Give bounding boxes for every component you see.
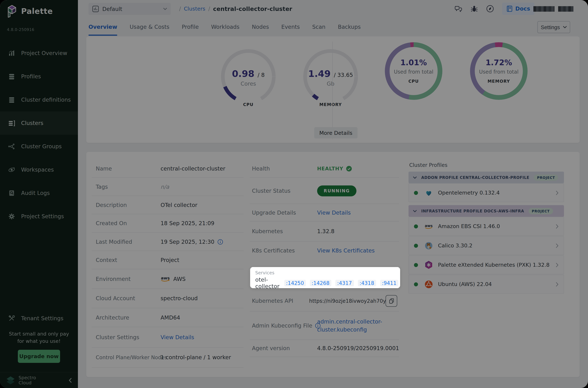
detail-row-health: Health HEALTHY xyxy=(250,160,399,178)
brand-name: Palette xyxy=(21,7,53,16)
copy-icon xyxy=(389,298,394,304)
service-port-link[interactable]: :14250 xyxy=(284,280,306,286)
feedback-chat-icon[interactable] xyxy=(454,5,463,13)
tab-workloads[interactable]: Workloads xyxy=(211,18,240,36)
detail-row-nodes: Control Plane/Worker Nodes 1 control-pla… xyxy=(92,348,244,368)
bug-report-icon[interactable] xyxy=(471,5,478,13)
upgrade-view-details-link[interactable]: View Details xyxy=(317,209,351,216)
memory-donut-chart: 1.72% Used from total MEMORY xyxy=(470,42,528,100)
running-status-pill[interactable]: RUNNING xyxy=(317,185,357,196)
bar-chart-icon xyxy=(8,49,18,57)
service-port-link[interactable]: :4317 xyxy=(335,280,354,286)
detail-row-created-on: Created On 18 Sep 2025, 21:09 xyxy=(92,214,244,233)
tab-overview[interactable]: Overview xyxy=(89,18,117,36)
service-port-link[interactable]: :9411 xyxy=(380,280,399,286)
tab-profile[interactable]: Profile xyxy=(182,18,199,36)
audit-doc-icon xyxy=(8,190,18,197)
tab-scan[interactable]: Scan xyxy=(312,18,325,36)
orbit-icon xyxy=(8,166,18,173)
sidebar-item-label: Cluster definitions xyxy=(21,97,71,103)
check-circle-icon xyxy=(346,165,352,171)
sidebar-item-label: Cluster Groups xyxy=(21,143,62,150)
sidebar-item-clusters[interactable]: Clusters xyxy=(0,112,78,135)
description-value: OTel collector xyxy=(160,202,197,208)
sidebar-item-cluster-groups[interactable]: Cluster Groups xyxy=(0,135,78,158)
sidebar-item-profiles[interactable]: Profiles xyxy=(0,65,78,88)
sidebar-nav: Project Overview Profiles Cluster defini… xyxy=(0,42,78,228)
sidebar-item-project-overview[interactable]: Project Overview xyxy=(0,42,78,65)
chevron-down-icon xyxy=(413,176,417,179)
chevron-down-icon xyxy=(163,8,167,10)
detail-row-name: Name central-collector-cluster xyxy=(92,160,244,178)
detail-row-environment: Environment aws AWS xyxy=(92,269,244,289)
more-details-button[interactable]: More Details xyxy=(314,127,358,138)
chevron-right-icon xyxy=(556,282,559,287)
docs-button[interactable]: Docs xyxy=(502,2,535,15)
memory-gauge-label: MEMORY xyxy=(300,102,362,107)
infrastructure-profile-group-header[interactable]: INFRASTRUCTURE PROFILE DOCS-AWS-INFRA PR… xyxy=(408,205,564,217)
chevron-down-icon xyxy=(563,26,567,28)
chevron-down-icon xyxy=(413,210,417,212)
profile-layer-amazon-ebs-csi[interactable]: aws Amazon EBS CSI 1.46.0 xyxy=(408,217,564,236)
tab-nodes[interactable]: Nodes xyxy=(252,18,269,36)
sidebar-item-label: Workspaces xyxy=(21,167,54,173)
detail-row-upgrade-details: Upgrade Details View Details xyxy=(250,204,399,221)
layer-status-dot xyxy=(414,224,418,228)
usage-overview-card: 0.98 / 8 Cores CPU 1.49 / 33.65 Gb MEMOR… xyxy=(86,36,580,143)
sidebar-tenant-settings-section: Tenant Settings xyxy=(0,307,78,330)
info-icon[interactable] xyxy=(217,239,223,245)
sidebar-item-audit-logs[interactable]: Audit Logs xyxy=(0,181,78,205)
sidebar-item-workspaces[interactable]: Workspaces xyxy=(0,158,78,181)
card-divider xyxy=(332,42,333,139)
spectro-cloud-wordmark: Spectro Cloud xyxy=(19,375,69,385)
project-badge: PROJECT xyxy=(528,208,553,214)
cloud-account-value: spectro-cloud xyxy=(160,295,198,302)
environment-value: aws AWS xyxy=(160,276,186,282)
view-k8s-certificates-link[interactable]: View K8s Certificates xyxy=(317,247,375,254)
detail-row-agent-version: Agent version 4.8.0-250919/20250919.0001 xyxy=(250,340,399,357)
services-section: Services otel-collector :14250 :14268 :4… xyxy=(250,267,400,288)
gear-icon xyxy=(8,213,18,220)
detail-row-description: Description OTel collector xyxy=(92,196,244,214)
breadcrumb-current: central-collector-cluster xyxy=(213,5,292,12)
sidebar-item-label: Clusters xyxy=(21,120,43,126)
profile-layer-ubuntu[interactable]: Ubuntu (AWS) 22.04 xyxy=(408,275,564,294)
upgrade-now-button[interactable]: Upgrade now xyxy=(18,350,60,363)
user-name-redacted[interactable] xyxy=(533,6,573,12)
sidebar-item-tenant-settings[interactable]: Tenant Settings xyxy=(0,307,78,330)
settings-button[interactable]: Settings xyxy=(537,21,570,33)
tab-events[interactable]: Events xyxy=(281,18,300,36)
breadcrumb-clusters-link[interactable]: Clusters xyxy=(184,6,205,12)
copy-api-url-button[interactable] xyxy=(385,295,397,307)
sidebar-item-project-settings[interactable]: Project Settings xyxy=(0,205,78,228)
project-badge: PROJECT xyxy=(534,174,558,181)
profile-layer-opentelemetry[interactable]: Opentelemetry 0.132.4 xyxy=(408,183,564,202)
last-modified-value: 19 Sep 2025, 12:30 xyxy=(160,239,223,245)
redacted-block xyxy=(533,6,555,12)
help-compass-icon[interactable] xyxy=(486,5,494,13)
sidebar-item-cluster-definitions[interactable]: Cluster definitions xyxy=(0,88,78,112)
addon-profile-group-header[interactable]: ADDON PROFILE CENTRAL-COLLECTOR-PROFILE … xyxy=(408,171,564,183)
service-port-link[interactable]: :4318 xyxy=(358,280,376,286)
project-selector[interactable]: Default xyxy=(89,3,171,15)
layer-status-dot xyxy=(414,243,418,247)
admin-kubeconfig-link[interactable]: admin.central-collector-cluster.kubeconf… xyxy=(317,317,396,334)
sidebar: Palette 4.8.0-250916 Project Overview Pr… xyxy=(0,0,78,388)
upgrade-promo-text: Start small and only pay for what you us… xyxy=(0,330,78,345)
palette-logo[interactable]: Palette xyxy=(6,4,53,18)
profile-layer-calico[interactable]: Calico 3.30.2 xyxy=(408,236,564,255)
screen: Palette 4.8.0-250916 Project Overview Pr… xyxy=(0,0,588,388)
profile-layer-pxk[interactable]: Palette eXtended Kubernetes (PXK) 1.32.8 xyxy=(408,255,564,274)
tab-usage-costs[interactable]: Usage & Costs xyxy=(130,18,169,36)
cluster-settings-view-details-link[interactable]: View Details xyxy=(160,334,194,340)
sidebar-item-label: Project Settings xyxy=(21,213,64,220)
control-plane-worker-value: 1 control-plane / 1 worker xyxy=(160,354,231,361)
memory-gauge-value: 1.49 xyxy=(308,68,331,79)
cpu-donut-caption: Used from total xyxy=(394,69,433,75)
sidebar-collapse-button[interactable] xyxy=(69,378,72,383)
tab-backups[interactable]: Backups xyxy=(338,18,361,36)
detail-row-context: Context Project xyxy=(92,251,244,269)
cluster-profiles-title: Cluster Profiles xyxy=(409,162,564,168)
service-port-link[interactable]: :14268 xyxy=(310,280,332,286)
detail-row-architecture: Architecture AMD64 xyxy=(92,308,244,327)
